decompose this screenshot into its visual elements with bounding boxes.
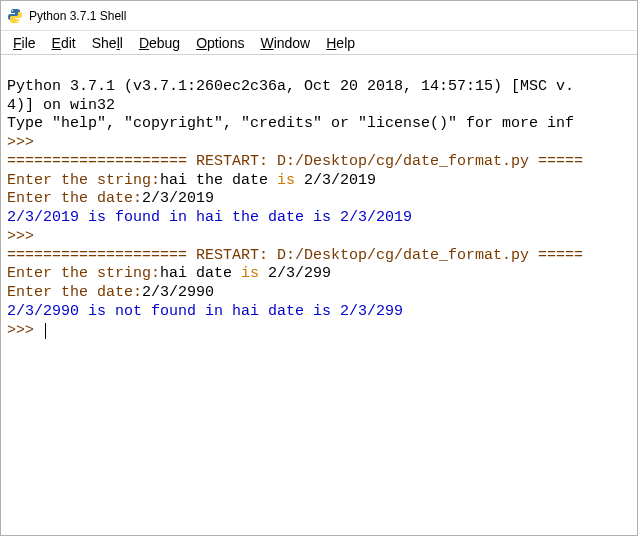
svg-point-1	[17, 20, 18, 21]
menu-debug[interactable]: Debug	[131, 33, 188, 53]
input-prompt-2b: Enter the date:	[7, 284, 142, 301]
menu-edit[interactable]: Edit	[44, 33, 84, 53]
window-title: Python 3.7.1 Shell	[29, 9, 126, 23]
input-text-1a: hai the date	[160, 172, 277, 189]
menu-shell[interactable]: Shell	[84, 33, 131, 53]
menu-options[interactable]: Options	[188, 33, 252, 53]
restart-line-2: ==================== RESTART: D:/Desktop…	[7, 247, 583, 264]
svg-point-0	[12, 10, 13, 11]
input-prompt-1b: Enter the date:	[7, 190, 142, 207]
titlebar: Python 3.7.1 Shell	[1, 1, 637, 31]
input-text-1b: 2/3/2019	[295, 172, 376, 189]
input-text-2b: 2/3/299	[259, 265, 331, 282]
kw-is-1: is	[277, 172, 295, 189]
menu-help[interactable]: Help	[318, 33, 363, 53]
menu-file[interactable]: File	[5, 33, 44, 53]
text-cursor	[45, 323, 46, 339]
output-line-2: 2/3/2990 is not found in hai date is 2/3…	[7, 303, 403, 320]
prompt: >>>	[7, 322, 34, 339]
input-prompt-1a: Enter the string:	[7, 172, 160, 189]
input-text-2c: 2/3/2990	[142, 284, 214, 301]
help-line: Type "help", "copyright", "credits" or "…	[7, 115, 574, 132]
input-prompt-2a: Enter the string:	[7, 265, 160, 282]
input-text-1c: 2/3/2019	[142, 190, 214, 207]
version-line-1: Python 3.7.1 (v3.7.1:260ec2c36a, Oct 20 …	[7, 78, 574, 95]
restart-line-1: ==================== RESTART: D:/Desktop…	[7, 153, 583, 170]
console-output[interactable]: Python 3.7.1 (v3.7.1:260ec2c36a, Oct 20 …	[1, 55, 637, 344]
menu-window[interactable]: Window	[252, 33, 318, 53]
prompt: >>>	[7, 134, 34, 151]
input-text-2a: hai date	[160, 265, 241, 282]
prompt: >>>	[7, 228, 34, 245]
version-line-2: 4)] on win32	[7, 97, 115, 114]
menubar: File Edit Shell Debug Options Window Hel…	[1, 31, 637, 55]
python-icon	[7, 8, 23, 24]
kw-is-2: is	[241, 265, 259, 282]
output-line-1: 2/3/2019 is found in hai the date is 2/3…	[7, 209, 412, 226]
